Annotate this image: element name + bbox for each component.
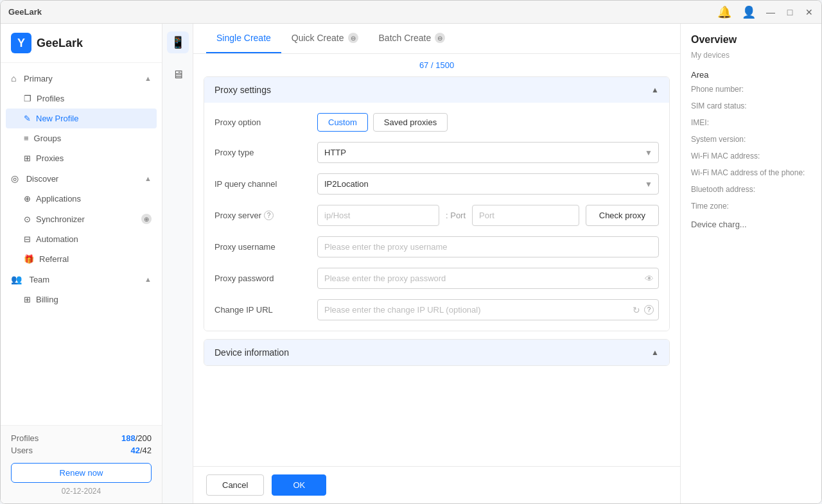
form-area: 67 / 1500 Proxy settings ▲ Proxy option … bbox=[193, 54, 680, 466]
change-ip-control: ↻ ? bbox=[317, 299, 659, 320]
overview-bluetooth: Bluetooth address: bbox=[691, 185, 811, 195]
ok-button[interactable]: OK bbox=[272, 474, 326, 496]
refresh-icon[interactable]: ↻ bbox=[633, 305, 640, 315]
sidebar-item-automation[interactable]: ⊟ Automation bbox=[1, 229, 162, 249]
proxy-option-custom-button[interactable]: Custom bbox=[317, 113, 368, 132]
check-proxy-button[interactable]: Check proxy bbox=[586, 205, 659, 226]
sidebar-item-billing-label: Billing bbox=[36, 295, 58, 304]
proxy-type-row: Proxy type HTTP HTTPS SOCKS5 ▼ bbox=[214, 142, 659, 163]
proxy-option-saved-button[interactable]: Saved proxies bbox=[373, 113, 448, 132]
ip-query-select-wrapper: IP2Location ipapi ipinfo ▼ bbox=[317, 173, 659, 195]
proxy-username-row: Proxy username bbox=[214, 236, 659, 257]
tab-batch-create-label: Batch Create bbox=[379, 33, 432, 43]
panel-phone-icon[interactable]: 📱 bbox=[167, 31, 189, 53]
titlebar-right: 🔔 👤 — □ ✕ bbox=[717, 5, 814, 19]
sidebar-section-team[interactable]: 👥 Team ▲ bbox=[1, 269, 162, 290]
ip-query-row: IP query channel IP2Location ipapi ipinf… bbox=[214, 173, 659, 195]
sidebar-nav: ⌂ Primary ▲ ❐ Profiles ✎ New Profile ≡ G… bbox=[1, 63, 162, 425]
change-ip-help-icon[interactable]: ? bbox=[644, 305, 654, 315]
sidebar-item-new-profile[interactable]: ✎ New Profile bbox=[6, 109, 157, 128]
overview-sim-status: SIM card status: bbox=[691, 101, 811, 112]
ip-query-select[interactable]: IP2Location ipapi ipinfo bbox=[317, 173, 659, 195]
synchronizer-icon: ⊙ bbox=[24, 214, 31, 224]
proxy-type-select-wrapper: HTTP HTTPS SOCKS5 ▼ bbox=[317, 142, 659, 163]
sidebar-item-applications-label: Applications bbox=[36, 194, 81, 204]
profiles-stat-label: Profiles bbox=[11, 433, 39, 443]
device-count: 67 / 1500 bbox=[193, 54, 680, 76]
synchronizer-addon: ⊕ bbox=[141, 214, 152, 224]
chevron-up-icon-discover: ▲ bbox=[144, 175, 152, 182]
overview-area-section: Area Phone number: SIM card status: IMEI… bbox=[691, 70, 811, 212]
proxy-username-label: Proxy username bbox=[214, 242, 317, 252]
overview-device-charge: Device charg... bbox=[691, 220, 811, 229]
proxy-type-select[interactable]: HTTP HTTPS SOCKS5 bbox=[317, 142, 659, 163]
discover-icon: ◎ bbox=[11, 173, 19, 184]
home-icon: ⌂ bbox=[11, 73, 16, 83]
proxy-port-input[interactable] bbox=[472, 205, 579, 226]
minimize-button[interactable]: — bbox=[766, 8, 775, 17]
automation-icon: ⊟ bbox=[24, 234, 31, 244]
sidebar-item-applications[interactable]: ⊕ Applications bbox=[1, 189, 162, 209]
sidebar-section-primary[interactable]: ⌂ Primary ▲ bbox=[1, 68, 162, 89]
sidebar-item-referral[interactable]: 🎁 Referral bbox=[1, 249, 162, 269]
sidebar-item-automation-label: Automation bbox=[36, 234, 78, 244]
proxy-settings-title: Proxy settings bbox=[214, 85, 271, 95]
maximize-button[interactable]: □ bbox=[785, 8, 794, 17]
sidebar-item-profiles[interactable]: ❐ Profiles bbox=[1, 89, 162, 109]
tab-batch-create[interactable]: Batch Create ⊖ bbox=[369, 24, 456, 53]
proxies-icon: ⊞ bbox=[24, 153, 31, 163]
notification-icon[interactable]: 🔔 bbox=[717, 5, 731, 19]
renew-button[interactable]: Renew now bbox=[11, 463, 152, 483]
proxy-password-row: Proxy password 👁 bbox=[214, 268, 659, 289]
change-ip-input[interactable] bbox=[317, 299, 659, 320]
app-window: GeeLark 🔔 👤 — □ ✕ Y GeeLark ⌂ bbox=[0, 0, 822, 504]
proxy-option-label: Proxy option bbox=[214, 117, 317, 127]
icon-panel: 📱 🖥 bbox=[162, 24, 193, 503]
sidebar-item-proxies[interactable]: ⊞ Proxies bbox=[1, 148, 162, 168]
password-toggle-icon[interactable]: 👁 bbox=[645, 274, 654, 284]
close-button[interactable]: ✕ bbox=[805, 8, 814, 17]
overview-imei: IMEI: bbox=[691, 118, 811, 128]
form-footer: Cancel OK bbox=[193, 466, 680, 503]
device-info-header[interactable]: Device information ▲ bbox=[204, 340, 669, 365]
proxy-server-row: Proxy server ? : Port Check proxy bbox=[214, 205, 659, 226]
profiles-stat: Profiles 188/200 bbox=[11, 433, 152, 443]
titlebar-controls: GeeLark bbox=[8, 7, 42, 17]
overview-title: Overview bbox=[691, 34, 811, 46]
user-icon[interactable]: 👤 bbox=[742, 5, 756, 19]
sidebar-item-synchronizer[interactable]: ⊙ Synchronizer ⊕ bbox=[1, 209, 162, 229]
profiles-icon: ❐ bbox=[24, 94, 31, 103]
proxy-settings-header[interactable]: Proxy settings ▲ bbox=[204, 77, 669, 103]
tabs-bar: Single Create Quick Create ⊖ Batch Creat… bbox=[193, 24, 680, 54]
sidebar-item-proxies-label: Proxies bbox=[36, 153, 64, 163]
overview-phone-number: Phone number: bbox=[691, 85, 811, 95]
sidebar-item-synchronizer-label: Synchronizer bbox=[36, 214, 85, 224]
sidebar-item-referral-label: Referral bbox=[39, 254, 69, 264]
proxy-username-input[interactable] bbox=[317, 236, 659, 257]
proxy-server-label: Proxy server ? bbox=[214, 211, 317, 220]
cancel-button[interactable]: Cancel bbox=[206, 474, 264, 496]
tab-quick-create[interactable]: Quick Create ⊖ bbox=[281, 24, 369, 53]
sidebar-section-discover[interactable]: ◎ Discover ▲ bbox=[1, 168, 162, 189]
device-info-section: Device information ▲ bbox=[204, 339, 670, 366]
referral-icon: 🎁 bbox=[24, 254, 34, 264]
ip-query-label: IP query channel bbox=[214, 179, 317, 189]
sidebar-footer: Profiles 188/200 Users 42/42 Renew now 0… bbox=[1, 425, 162, 503]
sidebar-item-billing[interactable]: ⊞ Billing bbox=[1, 290, 162, 309]
titlebar: GeeLark 🔔 👤 — □ ✕ bbox=[1, 1, 821, 24]
logo-icon: Y bbox=[11, 33, 31, 53]
proxy-host-input[interactable] bbox=[317, 205, 439, 226]
change-ip-label: Change IP URL bbox=[214, 305, 317, 315]
users-stat-label: Users bbox=[11, 446, 33, 455]
device-info-chevron: ▲ bbox=[651, 348, 659, 357]
proxy-settings-chevron: ▲ bbox=[651, 85, 659, 94]
panel-monitor-icon[interactable]: 🖥 bbox=[167, 64, 189, 85]
tab-single-create[interactable]: Single Create bbox=[206, 24, 281, 53]
overview-wifi-mac-phone: Wi-Fi MAC address of the phone: bbox=[691, 168, 811, 178]
overview-wifi-mac: Wi-Fi MAC address: bbox=[691, 152, 811, 162]
sidebar-item-groups[interactable]: ≡ Groups bbox=[1, 128, 162, 148]
sidebar-item-profiles-label: Profiles bbox=[37, 94, 64, 103]
proxy-password-input[interactable] bbox=[317, 268, 659, 289]
proxy-server-help-icon[interactable]: ? bbox=[264, 211, 274, 220]
sidebar: Y GeeLark ⌂ Primary ▲ ❐ Profiles bbox=[1, 24, 162, 503]
